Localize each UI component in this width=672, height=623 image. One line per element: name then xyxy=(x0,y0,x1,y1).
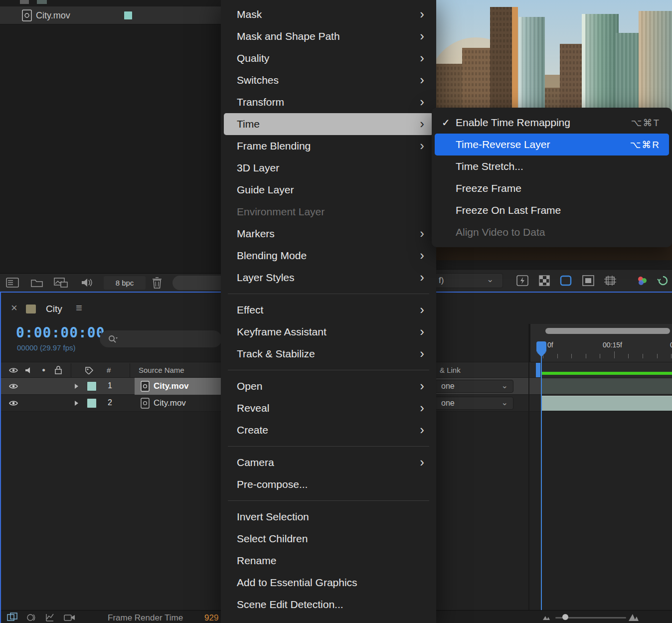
layer-duration-bar[interactable] xyxy=(542,379,672,394)
menu-item-pre-compose[interactable]: Pre-compose... xyxy=(224,473,433,495)
menu-item-camera[interactable]: Camera› xyxy=(224,452,433,473)
menu-item-guide-layer[interactable]: Guide Layer xyxy=(224,179,433,201)
project-panel: City.mov 8 bpc xyxy=(0,0,221,292)
menu-item-mask-and-shape-path[interactable]: Mask and Shape Path› xyxy=(224,25,433,47)
menu-item-select-children[interactable]: Select Children xyxy=(224,528,433,550)
zoom-out-mountain-icon[interactable] xyxy=(542,615,550,621)
ruler-tick xyxy=(600,354,600,358)
motion-blur-toggle-icon[interactable] xyxy=(26,613,37,623)
index-column-header[interactable]: # xyxy=(107,366,111,374)
parent-link-dropdown[interactable]: one ⌄ xyxy=(434,397,513,410)
chevron-right-icon: › xyxy=(420,455,424,470)
new-composition-icon[interactable] xyxy=(54,278,68,288)
submenu-item-enable-time-remapping[interactable]: ✓ Enable Time Remapping ⌥⌘T xyxy=(435,112,669,134)
project-item-row[interactable]: City.mov xyxy=(0,6,221,24)
expand-arrow-icon[interactable] xyxy=(75,401,78,406)
menu-item-quality[interactable]: Quality› xyxy=(224,47,433,69)
camera-icon[interactable] xyxy=(64,613,76,623)
menu-item-3d-layer[interactable]: 3D Layer xyxy=(224,157,433,179)
menu-item-mask[interactable]: Mask› xyxy=(224,3,433,25)
submenu-item-time-stretch[interactable]: Time Stretch... xyxy=(435,156,669,177)
transparency-grid-button[interactable] xyxy=(536,273,552,288)
playhead-handle[interactable] xyxy=(536,341,546,352)
submenu-item-label: Freeze On Last Frame xyxy=(456,204,561,216)
chevron-down-icon: ⌄ xyxy=(487,274,494,285)
label-color-swatch[interactable] xyxy=(124,11,133,20)
composition-tab-title[interactable]: City xyxy=(46,304,62,314)
exposure-reset-button[interactable] xyxy=(655,273,671,288)
menu-item-markers[interactable]: Markers› xyxy=(224,223,433,245)
menu-separator xyxy=(228,294,429,294)
chevron-down-icon: ⌄ xyxy=(502,398,508,407)
layer-duration-bar[interactable] xyxy=(542,396,672,411)
new-folder-icon[interactable] xyxy=(31,278,43,287)
layer-name: City.mov xyxy=(154,381,189,391)
expand-arrow-icon[interactable] xyxy=(75,384,78,389)
submenu-item-freeze-on-last-frame[interactable]: Freeze On Last Frame xyxy=(435,199,669,221)
current-timecode[interactable]: 0:00:00:00 xyxy=(16,324,105,341)
ruler-tick-label: 00:15f xyxy=(603,341,622,349)
layer-name-cell[interactable]: City.mov xyxy=(135,378,222,395)
source-name-column-header[interactable]: Source Name xyxy=(139,366,184,374)
menu-item-open[interactable]: Open› xyxy=(224,375,433,397)
menu-item-add-to-essential-graphics[interactable]: Add to Essential Graphics xyxy=(224,572,433,594)
chevron-right-icon: › xyxy=(420,94,424,110)
menu-item-frame-blending[interactable]: Frame Blending› xyxy=(224,135,433,157)
fast-previews-button[interactable] xyxy=(514,273,530,288)
ruler-tick xyxy=(557,354,558,358)
chevron-right-icon: › xyxy=(420,116,424,132)
menu-item-keyframe-assistant[interactable]: Keyframe Assistant› xyxy=(224,321,433,343)
region-of-interest-button[interactable] xyxy=(580,273,596,288)
zoom-slider-knob[interactable] xyxy=(562,614,568,620)
menu-item-effect[interactable]: Effect› xyxy=(224,299,433,321)
trash-icon[interactable] xyxy=(152,277,163,289)
submenu-item-freeze-frame[interactable]: Freeze Frame xyxy=(435,177,669,199)
frame-blending-toggle-icon[interactable] xyxy=(7,613,18,623)
layer-color-swatch[interactable] xyxy=(87,381,97,391)
work-area-start-marker[interactable] xyxy=(536,363,540,377)
menu-item-transform[interactable]: Transform› xyxy=(224,91,433,113)
channel-display-button[interactable] xyxy=(634,273,650,288)
menu-separator xyxy=(228,370,429,370)
eye-icon[interactable] xyxy=(9,400,18,406)
menu-item-label: 3D Layer xyxy=(237,162,279,174)
frame-render-time-value: 929 xyxy=(204,613,218,623)
menu-item-label: Frame Blending xyxy=(237,140,311,152)
graph-editor-toggle-icon[interactable] xyxy=(45,613,55,623)
footage-icon xyxy=(141,381,150,392)
menu-item-label: Camera xyxy=(237,457,274,468)
bit-depth-button[interactable]: 8 bpc xyxy=(104,276,146,290)
mask-visibility-button[interactable] xyxy=(558,273,574,288)
close-tab-icon[interactable]: × xyxy=(11,302,17,314)
panel-menu-icon[interactable]: ≡ xyxy=(76,302,82,314)
crop-region-button[interactable] xyxy=(602,273,618,288)
menu-item-scene-edit-detection[interactable]: Scene Edit Detection... xyxy=(224,594,433,616)
layer-color-swatch[interactable] xyxy=(87,398,97,408)
menu-item-switches[interactable]: Switches› xyxy=(224,69,433,91)
parent-link-dropdown[interactable]: one ⌄ xyxy=(434,380,513,393)
time-navigator-bar[interactable] xyxy=(545,328,670,334)
zoom-in-mountain-icon[interactable] xyxy=(628,613,639,622)
mask-outline-icon xyxy=(560,275,572,286)
layer-name-cell[interactable]: City.mov xyxy=(135,395,222,412)
parent-link-column-header[interactable]: & Link xyxy=(440,366,461,374)
menu-item-reveal[interactable]: Reveal› xyxy=(224,397,433,419)
menu-item-layer-styles[interactable]: Layer Styles› xyxy=(224,267,433,289)
submenu-item-time-reverse-layer[interactable]: Time-Reverse Layer ⌥⌘R xyxy=(435,134,669,156)
menu-item-blending-mode[interactable]: Blending Mode› xyxy=(224,245,433,267)
menu-item-time[interactable]: Time› xyxy=(224,113,433,135)
project-flowchart-icon[interactable] xyxy=(6,278,19,288)
eye-icon[interactable] xyxy=(9,383,18,389)
menu-separator xyxy=(228,500,429,501)
eye-column-icon xyxy=(9,367,18,373)
menu-item-create[interactable]: Create› xyxy=(224,419,433,441)
menu-item-invert-selection[interactable]: Invert Selection xyxy=(224,506,433,528)
magnification-dropdown[interactable]: f) ⌄ xyxy=(432,273,503,288)
menu-item-rename[interactable]: Rename xyxy=(224,550,433,572)
interpret-footage-icon[interactable] xyxy=(81,277,93,288)
menu-item-track-stabilize[interactable]: Track & Stabilize› xyxy=(224,343,433,365)
project-panel-toolbar: 8 bpc xyxy=(0,273,221,292)
submenu-item-label: Enable Time Remapping xyxy=(456,117,570,129)
menu-item-environment-layer: Environment Layer xyxy=(224,201,433,223)
timeline-search-field[interactable] xyxy=(100,330,222,347)
